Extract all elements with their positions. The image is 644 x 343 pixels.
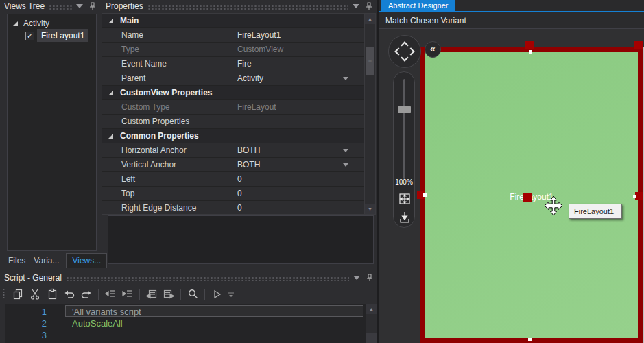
move-prev-icon[interactable] xyxy=(145,287,158,301)
property-label: Left xyxy=(121,174,135,184)
empty-dock-area xyxy=(108,215,374,264)
chevron-down-icon[interactable] xyxy=(353,276,360,280)
property-row-right-edge-distance[interactable]: Right Edge Distance0 xyxy=(102,201,365,215)
pin-icon[interactable] xyxy=(89,2,96,10)
drag-handle-dots[interactable] xyxy=(66,276,349,281)
drag-handle-dots[interactable] xyxy=(147,5,348,10)
tab-views[interactable]: Views... xyxy=(66,253,107,268)
match-chosen-variant-menu[interactable]: Match Chosen Variant xyxy=(379,12,644,29)
properties-scrollbar[interactable]: ▲ ≡ ▼ xyxy=(364,14,375,214)
zoom-slider-thumb[interactable] xyxy=(398,106,411,113)
expander-icon[interactable] xyxy=(13,21,18,26)
chevron-down-icon[interactable] xyxy=(353,4,359,8)
property-row-top[interactable]: Top0 xyxy=(102,187,365,201)
move-cursor-icon xyxy=(543,196,564,216)
property-row-custom-properties[interactable]: Custom Properties xyxy=(102,115,365,129)
zoom-control: 100% xyxy=(393,71,415,228)
section-label: Main xyxy=(120,16,139,25)
tree-item-firelayout1[interactable]: ✓ FireLayout1 xyxy=(8,29,96,42)
anchor-dot-left xyxy=(423,193,427,197)
toolbar-grip[interactable] xyxy=(3,288,5,300)
search-icon[interactable] xyxy=(186,287,200,301)
property-value[interactable]: FireLayout1 xyxy=(237,30,281,40)
pan-up-icon[interactable] xyxy=(401,41,408,49)
code-editor[interactable]: 1 2 3 'All variants script AutoScaleAll … xyxy=(5,304,377,343)
run-icon[interactable] xyxy=(210,287,224,301)
property-row-custom-type[interactable]: Custom TypeFireLayout xyxy=(102,100,365,115)
property-value[interactable]: Fire xyxy=(237,59,252,69)
scroll-down-button[interactable]: ▼ xyxy=(365,204,375,214)
resize-handle-top-right[interactable] xyxy=(634,41,643,49)
property-value[interactable]: 0 xyxy=(237,174,242,184)
section-common-properties[interactable]: Common Properties xyxy=(102,129,365,143)
cut-icon[interactable] xyxy=(28,287,42,301)
properties-panel: Properties Main NameFireLayout1 TypeCust… xyxy=(102,0,376,215)
property-value[interactable]: 0 xyxy=(237,203,242,213)
property-row-name[interactable]: NameFireLayout1 xyxy=(102,28,365,43)
resize-handle-top[interactable] xyxy=(525,41,534,49)
property-value[interactable]: 0 xyxy=(237,189,242,198)
property-row-horizontal-anchor[interactable]: Horizontal AnchorBOTH xyxy=(102,143,365,158)
tab-variants[interactable]: Varia... xyxy=(34,256,59,265)
collapse-panel-button[interactable]: « xyxy=(425,41,441,58)
chevron-down-icon[interactable] xyxy=(76,4,83,8)
paste-icon[interactable] xyxy=(45,287,59,301)
dropdown-chevron-icon[interactable] xyxy=(343,149,348,152)
collapse-triangle-icon[interactable] xyxy=(108,19,113,23)
toolbar-overflow-icon[interactable] xyxy=(227,287,235,301)
pan-down-icon[interactable] xyxy=(401,54,408,61)
code-line: AutoScaleAll xyxy=(72,318,123,329)
checkbox-checked[interactable]: ✓ xyxy=(25,32,34,40)
dropdown-chevron-icon[interactable] xyxy=(343,77,348,80)
property-label: Vertical Anchor xyxy=(121,160,176,169)
property-row-parent[interactable]: ParentActivity xyxy=(102,71,365,86)
tree-item-activity[interactable]: Activity xyxy=(8,17,96,29)
outdent-icon[interactable] xyxy=(104,287,117,301)
property-value[interactable]: BOTH xyxy=(237,160,260,169)
views-tree: Activity ✓ FireLayout1 xyxy=(7,14,97,251)
scroll-up-button[interactable]: ▲ xyxy=(365,14,375,24)
scrollbar-thumb[interactable]: ≡ xyxy=(366,47,374,75)
undo-icon[interactable] xyxy=(62,287,76,301)
pin-icon[interactable] xyxy=(366,274,373,282)
tab-abstract-designer[interactable]: Abstract Designer xyxy=(381,0,455,11)
pin-icon[interactable] xyxy=(366,2,372,10)
toolbar-separator xyxy=(180,289,181,300)
zoom-slider-track[interactable] xyxy=(403,79,405,179)
property-value[interactable]: Activity xyxy=(237,73,263,83)
indent-icon[interactable] xyxy=(121,287,134,301)
collapse-triangle-icon[interactable] xyxy=(108,134,113,139)
script-toolbar xyxy=(0,285,377,303)
pan-navigation-pad[interactable] xyxy=(388,35,421,68)
section-label: CustomView Properties xyxy=(120,88,212,97)
move-next-icon[interactable] xyxy=(162,287,176,301)
property-label: Type xyxy=(121,45,139,54)
section-customview-properties[interactable]: CustomView Properties xyxy=(102,86,365,100)
script-panel: Script - General 1 2 xyxy=(0,270,377,343)
load-layout-icon[interactable] xyxy=(397,210,412,224)
fit-to-screen-icon[interactable] xyxy=(397,191,412,206)
bottom-tab-bar: Files Varia... Views... xyxy=(0,252,100,270)
drag-handle-dots[interactable] xyxy=(49,5,72,10)
property-row-event-name[interactable]: Event NameFire xyxy=(102,57,365,71)
dropdown-chevron-icon[interactable] xyxy=(343,163,348,167)
designer-canvas-area[interactable]: FireLayout1 FireLayout1 « 100% xyxy=(379,29,644,343)
section-main[interactable]: Main xyxy=(102,14,365,28)
scroll-down-button[interactable] xyxy=(366,333,377,343)
tab-files[interactable]: Files xyxy=(8,256,25,265)
property-value[interactable]: BOTH xyxy=(237,145,260,155)
pan-left-icon[interactable] xyxy=(394,47,402,55)
collapse-triangle-icon[interactable] xyxy=(108,91,113,95)
editor-scrollbar[interactable]: ▲ xyxy=(366,304,377,343)
scroll-up-button[interactable]: ▲ xyxy=(366,304,377,314)
property-row-type[interactable]: TypeCustomView xyxy=(102,43,365,57)
property-row-left[interactable]: Left0 xyxy=(102,172,365,187)
pan-right-icon[interactable] xyxy=(407,47,414,55)
copy-icon[interactable] xyxy=(11,287,25,301)
anchor-dot-right xyxy=(633,195,636,198)
property-value: FireLayout xyxy=(237,102,276,112)
redo-icon[interactable] xyxy=(80,287,93,301)
line-number: 1 xyxy=(5,306,47,318)
center-drag-handle[interactable] xyxy=(523,193,532,202)
property-row-vertical-anchor[interactable]: Vertical AnchorBOTH xyxy=(102,158,365,172)
